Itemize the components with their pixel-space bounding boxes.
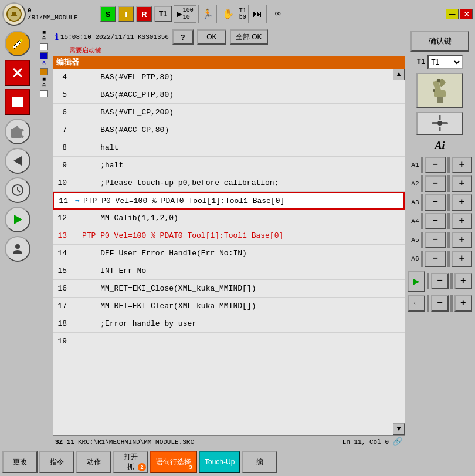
code-line-18[interactable]: 18 ;Error handle by user	[53, 315, 405, 333]
all-ok-button[interactable]: 全部 OK	[230, 29, 268, 45]
line-content: PTP P0 Vel=100 % PDAT0 Tool[1]:Tool1 Bas…	[83, 197, 403, 205]
code-line-5[interactable]: 5 BAS(#ACC_PTP,80)	[53, 86, 405, 104]
minus-arrow-btn[interactable]: −	[431, 295, 449, 312]
editor-header: 编辑器	[53, 56, 405, 69]
skip-icon-btn[interactable]: ⏭	[248, 5, 267, 23]
touchup-button[interactable]: Touch-Up	[199, 451, 240, 473]
info-icon: ℹ	[55, 32, 58, 42]
minimize-button[interactable]: —	[446, 9, 459, 19]
line-number: 8	[53, 143, 70, 152]
path-area: 0 /R1/MM_MODULE	[28, 7, 98, 21]
infinity-btn[interactable]: ∞	[269, 5, 287, 23]
axis-bar-left	[421, 194, 423, 211]
question-button[interactable]: ?	[172, 29, 194, 45]
axis-minus-a4[interactable]: −	[425, 213, 445, 229]
code-line-14[interactable]: 14 DEF User_Error_Handle(Err_No:IN)	[53, 245, 405, 262]
scroll-down-btn[interactable]: ▼	[393, 423, 405, 435]
stop-icon-btn[interactable]	[5, 89, 30, 115]
user-icon-btn[interactable]	[5, 236, 30, 262]
indicator-blue	[40, 52, 48, 59]
t1-select[interactable]: T1 T2 AUT	[428, 55, 463, 69]
close-button[interactable]: ✕	[460, 9, 473, 19]
btn-r[interactable]: R	[136, 6, 152, 22]
axis-minus-a1[interactable]: −	[425, 157, 445, 173]
status-row-6: 6	[40, 60, 48, 67]
code-line-17[interactable]: 17 MM_RET=EKI_Clear(XML_kuka_MMIND[])	[53, 298, 405, 315]
code-line-9[interactable]: 9 ;halt	[53, 157, 405, 174]
right-tool-icon-btn[interactable]	[416, 112, 463, 135]
axis-minus-a6[interactable]: −	[425, 251, 445, 267]
scroll-up-btn[interactable]: ▲	[393, 69, 405, 80]
code-line-11[interactable]: 11➡PTP P0 Vel=100 % PDAT0 Tool[1]:Tool1 …	[53, 192, 405, 210]
axis-divider-4	[450, 295, 452, 312]
plus-arrow-btn[interactable]: +	[454, 295, 472, 312]
close-icon-btn[interactable]	[5, 60, 30, 86]
code-line-15[interactable]: 15 INT Err_No	[53, 262, 405, 280]
line-number: 5	[53, 90, 70, 99]
axis-plus-a3[interactable]: +	[452, 194, 472, 211]
code-scroll[interactable]: 4 BAS(#VEL_PTP,80)5 BAS(#ACC_PTP,80)6 BA…	[53, 69, 405, 435]
code-line-13[interactable]: 13PTP P0 Vel=100 % PDAT0 Tool[1]:Tool1 B…	[53, 227, 405, 245]
axis-bar-left	[421, 157, 423, 173]
axis-plus-a5[interactable]: +	[452, 232, 472, 248]
code-line-6[interactable]: 6 BAS(#VEL_CP,200)	[53, 104, 405, 121]
line-content: halt	[82, 143, 405, 152]
clock-icon-btn[interactable]	[5, 177, 30, 203]
code-line-16[interactable]: 16 MM_RET=EKI_Close(XML_kuka_MMIND[])	[53, 280, 405, 298]
open-button[interactable]: 打开抓 2	[113, 451, 148, 473]
status-pos: Ln 11, Col 0	[342, 438, 389, 445]
need-key-text: 需要启动键	[67, 46, 101, 55]
window-controls: — ✕	[446, 9, 473, 19]
change-button[interactable]: 更改	[2, 451, 38, 473]
svg-point-10	[15, 244, 20, 249]
code-line-19[interactable]: 19	[53, 333, 405, 350]
axis-plus-a4[interactable]: +	[452, 213, 472, 229]
axis-plus-a2[interactable]: +	[452, 175, 472, 192]
axis-label-a2: A2	[408, 180, 419, 187]
more-button[interactable]: 编	[242, 451, 277, 473]
svg-rect-12	[434, 90, 446, 97]
status-path: KRC:\R1\MECHMIND\MM_MODULE.SRC	[78, 438, 339, 445]
play-icon-btn[interactable]	[5, 207, 30, 232]
line-content: MM_Calib(1,1,2,0)	[82, 214, 405, 222]
edit-icon-btn[interactable]	[5, 31, 30, 56]
btn-t1[interactable]: T1	[154, 6, 172, 22]
minus-play-btn[interactable]: −	[431, 273, 449, 289]
axis-minus-a2[interactable]: −	[425, 175, 445, 192]
btn-s[interactable]: S	[100, 6, 116, 22]
axis-row-a1: A1−+	[408, 157, 472, 173]
gear-icon-btn[interactable]	[5, 119, 30, 144]
line-number: 19	[53, 337, 70, 346]
left-arrow-btn[interactable]: ←	[408, 295, 425, 312]
run-icon-btn[interactable]: 🏃	[198, 5, 217, 23]
svg-marker-5	[13, 156, 22, 166]
play-right-btn[interactable]: ▶	[408, 271, 425, 292]
axis-plus-a6[interactable]: +	[452, 251, 472, 267]
robot-icon-btn[interactable]	[2, 2, 26, 26]
left-sidebar	[0, 28, 35, 448]
code-line-10[interactable]: 10 ;Please touch-up p0,before calibratio…	[53, 174, 405, 192]
sentence-select-button[interactable]: 语句行选择 3	[150, 451, 197, 473]
plus-play-btn[interactable]: +	[454, 273, 472, 289]
back-icon-btn[interactable]	[5, 148, 30, 174]
ok-button[interactable]: OK	[197, 29, 226, 45]
axis-bar-left	[421, 251, 423, 267]
editor-body[interactable]: 4 BAS(#VEL_PTP,80)5 BAS(#ACC_PTP,80)6 BA…	[53, 69, 405, 435]
axis-plus-a1[interactable]: +	[452, 157, 472, 173]
code-line-8[interactable]: 8 halt	[53, 139, 405, 157]
code-line-4[interactable]: 4 BAS(#VEL_PTP,80)	[53, 69, 405, 86]
axis-minus-a3[interactable]: −	[425, 194, 445, 211]
line-number: 6	[53, 108, 70, 117]
confirm-button[interactable]: 确认键	[410, 31, 469, 52]
hand-icon-btn[interactable]: ✋	[219, 5, 238, 23]
axis-row-a6: A6−+	[408, 251, 472, 267]
right-panel: 确认键 T1 T1 T2 AUT	[405, 28, 475, 448]
code-line-7[interactable]: 7 BAS(#ACC_CP,80)	[53, 121, 405, 139]
command-button[interactable]: 指令	[39, 451, 74, 473]
axis-minus-a5[interactable]: −	[425, 232, 445, 248]
play-row: ▶ − +	[408, 271, 472, 292]
action-button[interactable]: 动作	[76, 451, 111, 473]
axis-divider-2	[450, 273, 452, 289]
code-line-12[interactable]: 12 MM_Calib(1,1,2,0)	[53, 210, 405, 227]
btn-i[interactable]: I	[118, 6, 134, 22]
